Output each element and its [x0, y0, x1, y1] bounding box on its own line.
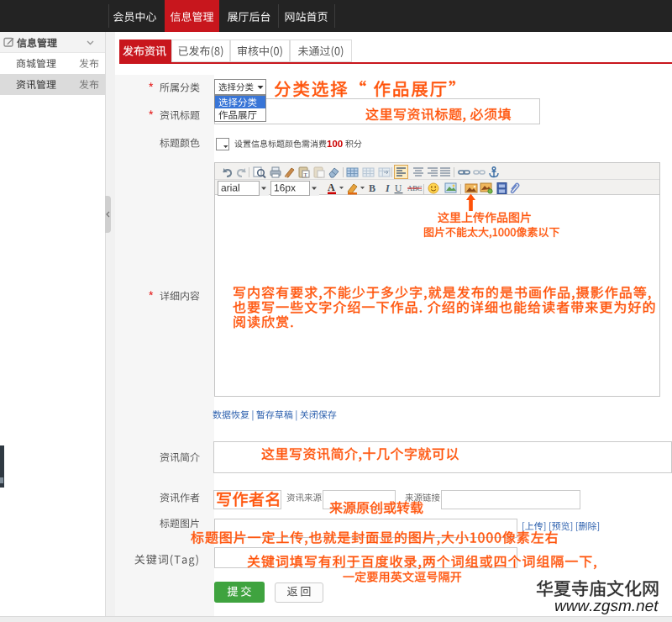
svg-text:I: I — [385, 182, 391, 194]
svg-text:A: A — [328, 182, 335, 193]
svg-text:B: B — [369, 182, 375, 194]
svg-text:T: T — [304, 171, 308, 178]
svg-text:U: U — [395, 183, 402, 193]
